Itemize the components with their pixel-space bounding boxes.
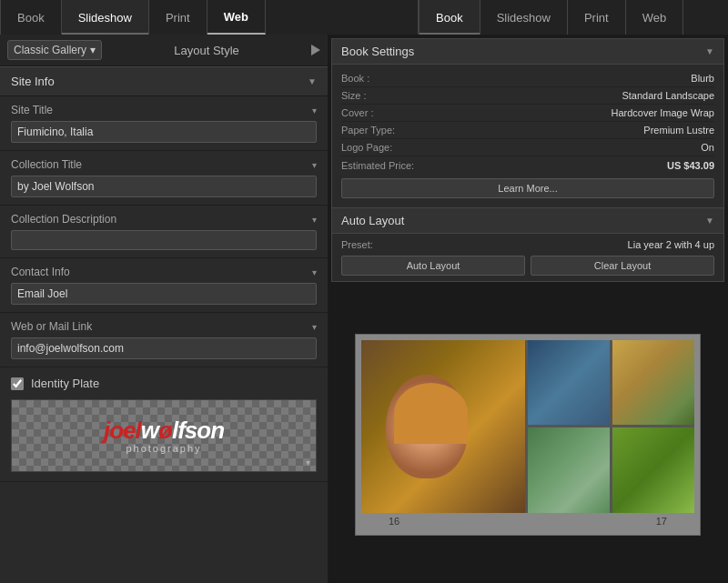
collection-description-label-row: Collection Description ▾ — [11, 213, 317, 226]
contact-info-label: Contact Info — [11, 266, 70, 278]
identity-plate-checkbox[interactable] — [11, 377, 24, 390]
auto-layout-button[interactable]: Auto Layout — [341, 256, 525, 276]
site-info-arrow[interactable]: ▼ — [308, 76, 317, 86]
book-setting-logo: Logo Page: On — [341, 139, 714, 156]
logo-joel: joel — [104, 417, 141, 444]
photo-cell-snake[interactable] — [612, 427, 694, 513]
site-title-arrow[interactable]: ▾ — [312, 106, 317, 116]
preset-row: Preset: Lia year 2 with 4 up — [341, 239, 714, 250]
settings-table: Book : Blurb Size : Standard Landscape C… — [332, 65, 723, 207]
preset-value[interactable]: Lia year 2 with 4 up — [391, 239, 714, 250]
book-settings-arrow[interactable]: ▼ — [705, 46, 714, 56]
web-mail-link-group: Web or Mail Link ▾ — [0, 313, 328, 367]
auto-layout-arrow[interactable]: ▼ — [705, 216, 714, 226]
logo-joel-red: joel — [104, 417, 141, 444]
book-setting-size: Size : Standard Landscape — [341, 87, 714, 105]
identity-plate-display[interactable]: joelwølfson photography ▾ — [11, 399, 317, 472]
layout-style-label: Layout Style — [109, 44, 304, 57]
tab-slideshow-left[interactable]: Slideshow — [62, 0, 149, 35]
logo-line1: joelwølfson — [104, 417, 224, 444]
logo-text: joelwølfson photography — [104, 417, 224, 455]
page-number-16: 16 — [389, 516, 399, 527]
photo-cell-couple[interactable] — [528, 340, 610, 426]
site-title-input[interactable] — [11, 121, 317, 143]
left-nav-section: Book Slideshow Print Web — [0, 0, 419, 35]
logo-value[interactable]: On — [428, 142, 714, 153]
learn-more-button[interactable]: Learn More... — [341, 178, 714, 198]
tab-web-left[interactable]: Web — [207, 0, 266, 35]
paper-key: Paper Type: — [341, 125, 428, 136]
photo-snake-image — [612, 427, 694, 513]
auto-layout-body: Preset: Lia year 2 with 4 up Auto Layout… — [332, 234, 723, 281]
tab-slideshow-right[interactable]: Slideshow — [480, 0, 568, 35]
book-settings-panel: Book Settings ▼ Book : Blurb Size : Stan… — [331, 38, 724, 282]
plate-dropdown-arrow[interactable]: ▾ — [306, 457, 310, 467]
tab-print-right[interactable]: Print — [568, 0, 626, 35]
book-key: Book : — [341, 73, 428, 84]
web-mail-link-label-row: Web or Mail Link ▾ — [11, 320, 317, 333]
top-navigation: Book Slideshow Print Web Book Slideshow … — [0, 0, 728, 35]
web-mail-link-arrow[interactable]: ▾ — [312, 322, 317, 332]
tab-print-left[interactable]: Print — [149, 0, 207, 35]
tab-book-left[interactable]: Book — [0, 0, 62, 35]
contact-info-label-row: Contact Info ▾ — [11, 266, 317, 278]
contact-info-group: Contact Info ▾ — [0, 258, 328, 313]
logo-wolfson: wølfson — [141, 417, 224, 444]
paper-value[interactable]: Premium Lustre — [428, 125, 714, 136]
site-title-label-row: Site Title ▾ — [11, 104, 317, 116]
tab-web-right[interactable]: Web — [626, 0, 684, 35]
main-content: Classic Gallery ▾ Layout Style Site Info… — [0, 35, 728, 583]
collection-title-label: Collection Title — [11, 158, 82, 171]
cover-key: Cover : — [341, 107, 428, 118]
gallery-select-arrow: ▾ — [90, 44, 96, 56]
photo-giraffe-image — [612, 340, 694, 426]
collection-title-label-row: Collection Title ▾ — [11, 158, 317, 171]
photo-cell-girl[interactable] — [361, 340, 525, 513]
photo-cell-giraffe[interactable] — [612, 340, 694, 426]
gallery-bar: Classic Gallery ▾ Layout Style — [0, 35, 328, 66]
left-panel: Classic Gallery ▾ Layout Style Site Info… — [0, 35, 328, 583]
page-numbers: 16 17 — [361, 513, 694, 529]
estimated-price-key: Estimated Price: — [341, 160, 428, 171]
site-title-label: Site Title — [11, 104, 53, 116]
clear-layout-button[interactable]: Clear Layout — [531, 256, 714, 276]
photo-hikers-image — [528, 427, 610, 513]
estimated-price-value: US $43.09 — [428, 160, 714, 171]
collection-description-input[interactable] — [11, 230, 317, 250]
identity-plate-row: Identity Plate — [11, 377, 317, 390]
logo-key: Logo Page: — [341, 142, 428, 153]
collection-title-arrow[interactable]: ▾ — [312, 160, 317, 170]
identity-plate-section: Identity Plate joelwølfson photography ▾ — [0, 367, 328, 482]
panel-collapse-arrow[interactable] — [311, 45, 320, 55]
contact-info-arrow[interactable]: ▾ — [312, 267, 317, 277]
gallery-select[interactable]: Classic Gallery ▾ — [7, 40, 102, 60]
site-info-header: Site Info ▼ — [0, 66, 328, 96]
collection-description-label: Collection Description — [11, 213, 116, 226]
web-mail-link-input[interactable] — [11, 337, 317, 359]
size-value[interactable]: Standard Landscape — [428, 90, 714, 101]
web-mail-link-label: Web or Mail Link — [11, 320, 92, 333]
photo-girl-image — [361, 340, 525, 513]
collection-description-arrow[interactable]: ▾ — [312, 215, 317, 225]
right-nav-section: Book Slideshow Print Web — [419, 0, 728, 35]
preset-key: Preset: — [341, 239, 391, 250]
gallery-select-label: Classic Gallery — [14, 44, 86, 56]
photo-cell-hikers[interactable] — [528, 427, 610, 513]
right-panel: Book Settings ▼ Book : Blurb Size : Stan… — [328, 35, 728, 583]
logo-wolfson-o: ø — [158, 417, 172, 444]
collection-title-input[interactable] — [11, 176, 317, 197]
book-setting-cover: Cover : Hardcover Image Wrap — [341, 105, 714, 122]
collection-description-group: Collection Description ▾ — [0, 206, 328, 258]
book-setting-paper: Paper Type: Premium Lustre — [341, 122, 714, 139]
photo-grid-wrapper: 16 17 — [355, 334, 701, 536]
site-title-group: Site Title ▾ — [0, 96, 328, 151]
identity-plate-label: Identity Plate — [31, 377, 99, 390]
cover-value[interactable]: Hardcover Image Wrap — [428, 107, 714, 118]
contact-info-input[interactable] — [11, 283, 317, 305]
book-setting-book: Book : Blurb — [341, 70, 714, 87]
photo-couple-image — [528, 340, 610, 426]
tab-book-right[interactable]: Book — [419, 0, 480, 35]
auto-layout-buttons: Auto Layout Clear Layout — [341, 256, 714, 276]
page-number-17: 17 — [656, 516, 667, 527]
book-value[interactable]: Blurb — [428, 73, 714, 84]
